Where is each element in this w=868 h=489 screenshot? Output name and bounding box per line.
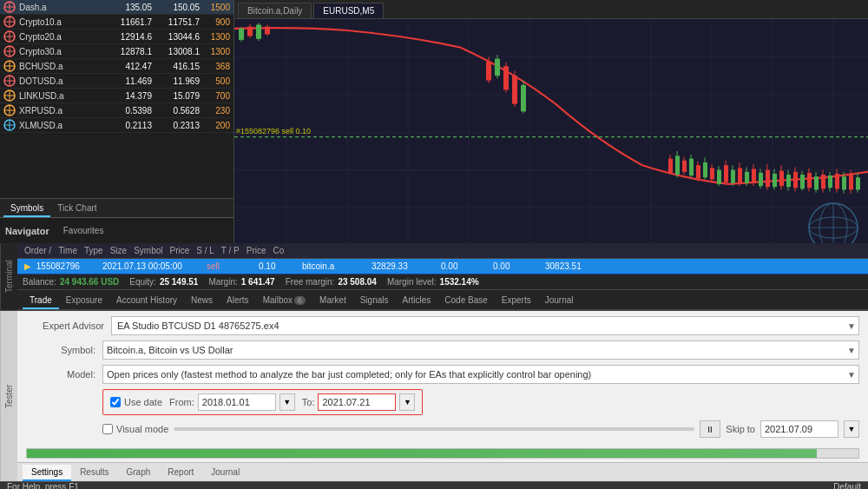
use-date-checkbox[interactable] bbox=[110, 397, 121, 407]
chart-tab-bitcoin-daily[interactable]: Bitcoin.a,Daily bbox=[238, 3, 312, 18]
symbol-bid: 0.5398 bbox=[104, 106, 152, 116]
tester-tab-graph[interactable]: Graph bbox=[118, 465, 160, 481]
navigator-label: Navigator bbox=[5, 226, 49, 236]
symbol-row[interactable]: Dash.a 135.05 150.05 1500 bbox=[0, 0, 233, 15]
visual-mode-checkbox[interactable] bbox=[102, 424, 113, 434]
symbol-name: DOTUSD.a bbox=[19, 76, 104, 86]
orders-header: Order /TimeTypeSizeSymbolPriceS / LT / P… bbox=[17, 243, 868, 259]
top-section: Dash.a 135.05 150.05 1500 Crypto10.a 116… bbox=[0, 0, 868, 243]
tab-tick-chart[interactable]: Tick Chart bbox=[50, 201, 103, 217]
symbol-select-wrapper: Bitcoin.a, Bitcoin vs US Dollar ▼ bbox=[102, 340, 859, 360]
terminal-tab-trade[interactable]: Trade bbox=[23, 293, 59, 309]
tester-inner: Expert Advisor EA Studio BTCUSD D1 48765… bbox=[17, 311, 868, 481]
tester-content: Expert Advisor EA Studio BTCUSD D1 48765… bbox=[17, 311, 868, 448]
symbol-row[interactable]: BCHUSD.a 412.47 416.15 368 bbox=[0, 59, 233, 74]
order-sl: 0.00 bbox=[437, 261, 490, 272]
symbol-row[interactable]: DOTUSD.a 11.469 11.969 500 bbox=[0, 74, 233, 89]
margin-label: Margin: bbox=[208, 277, 237, 287]
progress-bar-fill bbox=[27, 449, 817, 458]
symbol-ask: 0.2313 bbox=[152, 121, 200, 130]
terminal-tab-exposure[interactable]: Exposure bbox=[59, 293, 109, 309]
visual-mode-checkbox-label: Visual mode bbox=[102, 424, 168, 434]
use-date-label: Use date bbox=[110, 397, 162, 407]
tester-bottom-tabs: SettingsResultsGraphReportJournal bbox=[17, 462, 868, 481]
symbol-spread: 368 bbox=[200, 62, 230, 71]
tester-tab-report[interactable]: Report bbox=[159, 465, 202, 481]
symbol-icon bbox=[3, 89, 16, 102]
balance-row: Balance: 24 943.66 USD Equity: 25 149.51… bbox=[17, 274, 868, 290]
order-row[interactable]: ▶ 155082796 2021.07.13 00:05:00 sell 0.1… bbox=[17, 259, 868, 274]
skip-to-input[interactable] bbox=[760, 420, 838, 438]
order-column-header: Symbol bbox=[130, 245, 166, 256]
symbol-name: Crypto10.a bbox=[19, 17, 104, 27]
nav-favourites[interactable]: Favourites bbox=[56, 224, 111, 237]
from-date-btn[interactable]: ▼ bbox=[279, 393, 295, 411]
terminal-tab-articles[interactable]: Articles bbox=[395, 293, 437, 309]
date-box: Use date From: ▼ To: ▼ bbox=[102, 389, 423, 415]
tester-tab-journal[interactable]: Journal bbox=[202, 465, 248, 481]
symbol-row[interactable]: XLMUSD.a 0.2113 0.2313 200 bbox=[0, 118, 233, 133]
chart-tab-eurusd-m5[interactable]: EURUSD,M5 bbox=[313, 3, 384, 18]
terminal-tab-market[interactable]: Market bbox=[312, 293, 353, 309]
order-column-header: Size bbox=[107, 245, 130, 256]
symbol-ask: 11.969 bbox=[152, 76, 200, 86]
free-margin-value: 23 508.04 bbox=[338, 277, 377, 287]
terminal-tab-experts[interactable]: Experts bbox=[495, 293, 538, 309]
status-bar: For Help, press F1 Default bbox=[0, 481, 868, 489]
symbol-row[interactable]: Crypto10.a 11661.7 11751.7 900 bbox=[0, 15, 233, 30]
expert-advisor-select-wrapper: EA Studio BTCUSD D1 48765275.ex4 ▼ bbox=[111, 316, 859, 335]
skip-to-date-btn[interactable]: ▼ bbox=[844, 420, 859, 438]
terminal-tab-account-history[interactable]: Account History bbox=[109, 293, 184, 309]
terminal-tab-alerts[interactable]: Alerts bbox=[220, 293, 256, 309]
symbol-row[interactable]: Crypto30.a 12878.1 13008.1 1300 bbox=[0, 44, 233, 59]
pause-button[interactable]: ⏸ bbox=[700, 420, 720, 438]
to-date-btn[interactable]: ▼ bbox=[399, 393, 415, 411]
model-label: Model: bbox=[26, 369, 95, 380]
order-column-header: T / P bbox=[218, 245, 243, 256]
symbol-row[interactable]: XRPUSD.a 0.5398 0.5628 230 bbox=[0, 103, 233, 118]
terminal-tab-code-base[interactable]: Code Base bbox=[437, 293, 494, 309]
symbol-select[interactable]: Bitcoin.a, Bitcoin vs US Dollar bbox=[102, 340, 859, 360]
left-tabs: Symbols Tick Chart bbox=[0, 198, 233, 217]
symbol-spread: 1500 bbox=[200, 3, 230, 12]
symbol-name: LINKUSD.a bbox=[19, 91, 104, 101]
tester-tab-settings[interactable]: Settings bbox=[23, 465, 71, 481]
terminal-tab-signals[interactable]: Signals bbox=[353, 293, 396, 309]
equity-item: Equity: 25 149.51 bbox=[129, 277, 198, 287]
margin-level-value: 1532.14% bbox=[440, 277, 479, 287]
symbol-icon bbox=[3, 30, 16, 43]
bottom-sections: Terminal Order /TimeTypeSizeSymbolPriceS… bbox=[0, 243, 868, 481]
symbol-ask: 15.079 bbox=[152, 91, 200, 101]
balance-item: Balance: 24 943.66 USD bbox=[23, 277, 119, 287]
terminal-inner: Order /TimeTypeSizeSymbolPriceS / LT / P… bbox=[17, 243, 868, 310]
symbol-label: Symbol: bbox=[26, 345, 95, 355]
symbol-ask: 13008.1 bbox=[152, 47, 200, 56]
symbol-row[interactable]: Crypto20.a 12914.6 13044.6 1300 bbox=[0, 30, 233, 44]
navigator-panel: Navigator Favourites bbox=[0, 217, 233, 243]
symbol-icon bbox=[3, 119, 16, 131]
symbol-spread: 230 bbox=[200, 106, 230, 116]
tester-tab-results[interactable]: Results bbox=[71, 465, 117, 481]
margin-item: Margin: 1 641.47 bbox=[208, 277, 274, 287]
symbol-icon bbox=[3, 16, 16, 28]
equity-label: Equity: bbox=[129, 277, 156, 287]
symbol-row[interactable]: LINKUSD.a 14.379 15.079 700 bbox=[0, 89, 233, 103]
from-date-field: From: ▼ bbox=[169, 393, 295, 411]
terminal-tab-journal[interactable]: Journal bbox=[538, 293, 581, 309]
ea-value[interactable]: EA Studio BTCUSD D1 48765275.ex4 bbox=[111, 316, 859, 335]
tab-symbols[interactable]: Symbols bbox=[3, 201, 50, 217]
to-date-input[interactable] bbox=[318, 393, 396, 411]
symbol-ask: 11751.7 bbox=[152, 17, 200, 27]
free-margin-item: Free margin: 23 508.04 bbox=[286, 277, 377, 287]
terminal-tab-mailbox[interactable]: Mailbox6 bbox=[256, 293, 312, 309]
symbol-spread: 900 bbox=[200, 17, 230, 27]
terminal-tab-news[interactable]: News bbox=[184, 293, 220, 309]
from-date-input[interactable] bbox=[198, 393, 276, 411]
order-column-header: Co bbox=[270, 245, 288, 256]
model-select[interactable]: Open prices only (fastest method to anal… bbox=[102, 365, 859, 384]
tester-wrapper: Tester Expert Advisor EA Studio BTCUSD D… bbox=[0, 311, 868, 481]
expert-advisor-label: Expert Advisor bbox=[26, 320, 104, 331]
tester-label: Tester bbox=[0, 311, 17, 481]
symbol-ask: 13044.6 bbox=[152, 32, 200, 42]
left-panel: Dash.a 135.05 150.05 1500 Crypto10.a 116… bbox=[0, 0, 234, 243]
